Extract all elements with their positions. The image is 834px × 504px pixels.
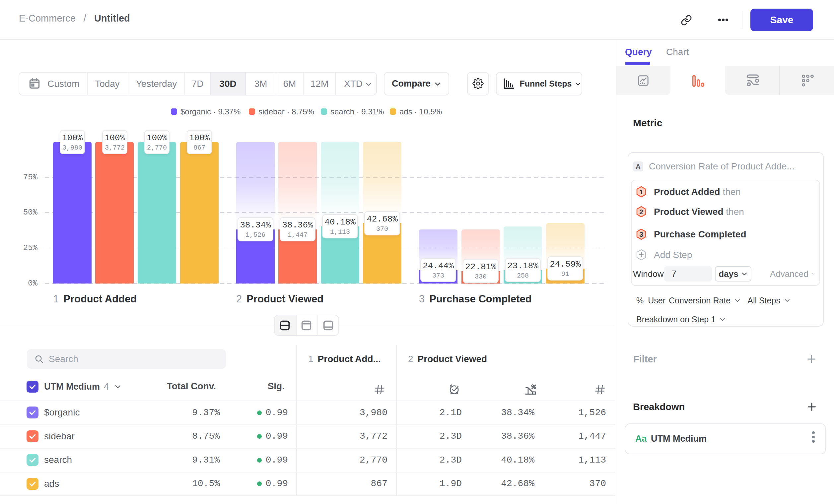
svg-text:2: 2 xyxy=(639,208,643,215)
svg-text:1: 1 xyxy=(639,188,643,196)
svg-text:3: 3 xyxy=(639,230,643,238)
